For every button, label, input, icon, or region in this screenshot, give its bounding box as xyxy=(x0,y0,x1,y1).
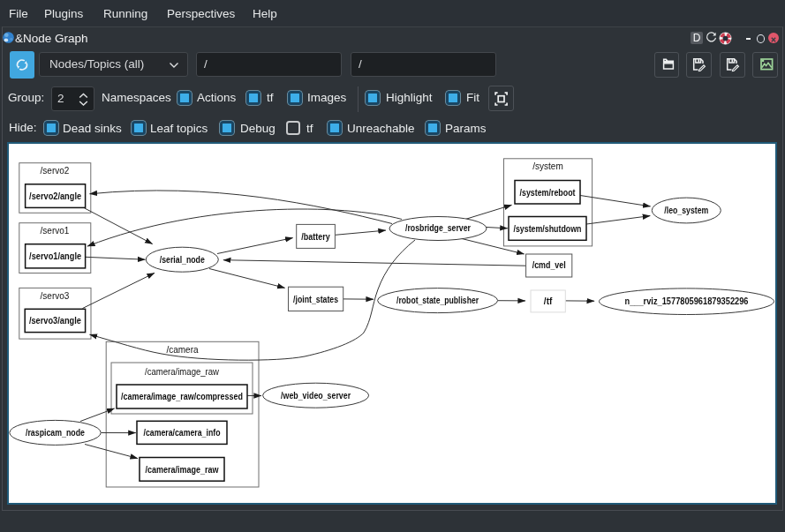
svg-text:/servo2/angle: /servo2/angle xyxy=(29,191,81,201)
svg-text:/servo2: /servo2 xyxy=(41,166,70,176)
svg-text:/leo_system: /leo_system xyxy=(664,206,708,215)
svg-text:/raspicam_node: /raspicam_node xyxy=(26,428,85,438)
svg-text:/system: /system xyxy=(532,161,562,171)
svg-text:/web_video_server: /web_video_server xyxy=(281,391,351,401)
svg-text:/servo3: /servo3 xyxy=(41,291,70,301)
svg-text:/serial_node: /serial_node xyxy=(160,255,205,265)
svg-text:/tf: /tf xyxy=(544,296,553,306)
svg-text:/robot_state_publisher: /robot_state_publisher xyxy=(396,296,479,305)
svg-text:/joint_states: /joint_states xyxy=(293,295,338,304)
svg-text:/camera/image_raw: /camera/image_raw xyxy=(146,465,219,475)
svg-text:/rosbridge_server: /rosbridge_server xyxy=(405,223,471,233)
svg-text:/cmd_vel: /cmd_vel xyxy=(532,260,566,270)
svg-text:/servo3/angle: /servo3/angle xyxy=(29,316,81,326)
svg-text:/battery: /battery xyxy=(301,232,330,242)
svg-text:n___rviz_1577805961879352296: n___rviz_1577805961879352296 xyxy=(625,296,749,306)
svg-text:/system/reboot: /system/reboot xyxy=(520,188,577,198)
svg-text:/servo1/angle: /servo1/angle xyxy=(29,251,81,261)
svg-text:/servo1: /servo1 xyxy=(41,226,70,236)
svg-text:/camera: /camera xyxy=(166,345,199,355)
svg-text:/camera/camera_info: /camera/camera_info xyxy=(144,428,221,438)
svg-text:/camera/image_raw: /camera/image_raw xyxy=(145,367,220,377)
svg-text:/camera/image_raw/compressed: /camera/image_raw/compressed xyxy=(121,392,243,401)
svg-text:/system/shutdown: /system/shutdown xyxy=(514,224,582,234)
